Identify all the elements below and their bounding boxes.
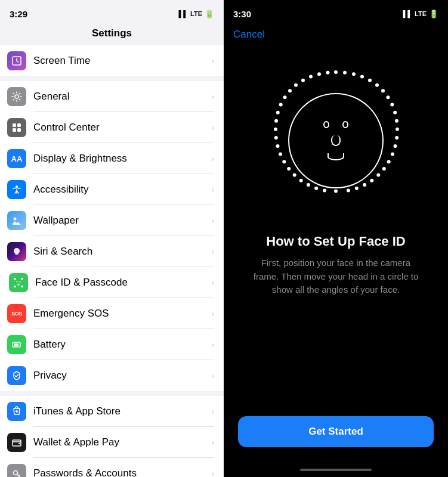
svg-rect-9 xyxy=(21,278,23,280)
status-bar-left: 3:29 ▌▌ LTE 🔋 xyxy=(0,0,224,24)
svg-rect-15 xyxy=(14,343,18,346)
emergency-sos-label-wrapper: Emergency SOS › xyxy=(33,298,214,329)
settings-item-screen-time[interactable]: Screen Time › xyxy=(0,45,224,76)
settings-item-display-brightness[interactable]: AA Display & Brightness › xyxy=(0,143,224,174)
screen-time-label-wrapper: Screen Time › xyxy=(33,45,214,76)
accessibility-label-wrapper: Accessibility › xyxy=(33,174,214,205)
get-started-button[interactable]: Get Started xyxy=(238,416,434,447)
svg-point-58 xyxy=(293,174,296,177)
settings-item-general[interactable]: General › xyxy=(0,81,224,112)
screen-time-label: Screen Time xyxy=(33,55,206,67)
itunes-icon xyxy=(7,402,26,421)
svg-rect-2 xyxy=(13,123,16,127)
svg-point-30 xyxy=(395,119,398,123)
wallpaper-label: Wallpaper xyxy=(33,215,206,227)
settings-group-store: iTunes & App Store › Wallet & Apple Pay … xyxy=(0,396,224,477)
svg-point-43 xyxy=(317,72,321,76)
svg-rect-18 xyxy=(18,443,20,444)
face-eye-right xyxy=(342,121,348,128)
wallet-label: Wallet & Apple Pay xyxy=(33,436,206,448)
svg-point-40 xyxy=(355,187,359,190)
svg-point-63 xyxy=(334,190,338,193)
faceid-title: How to Set Up Face ID xyxy=(266,234,405,249)
svg-point-56 xyxy=(282,160,286,163)
svg-point-33 xyxy=(394,144,397,148)
svg-point-62 xyxy=(323,188,326,192)
settings-item-privacy[interactable]: Privacy › xyxy=(0,360,224,391)
face-id-label: Face ID & Passcode xyxy=(35,277,206,289)
screen-time-chevron: › xyxy=(211,56,214,66)
svg-point-34 xyxy=(391,153,394,156)
settings-item-face-id-passcode[interactable]: Face ID & Passcode › xyxy=(0,267,224,298)
svg-point-41 xyxy=(347,188,350,192)
svg-point-44 xyxy=(309,75,313,79)
svg-point-20 xyxy=(334,70,338,74)
time-left: 3:29 xyxy=(10,9,27,19)
svg-point-48 xyxy=(283,95,287,99)
face-nose xyxy=(331,135,341,146)
svg-point-45 xyxy=(301,79,305,82)
settings-item-emergency-sos[interactable]: SOS Emergency SOS › xyxy=(0,298,224,329)
wallet-chevron: › xyxy=(211,438,214,447)
passwords-icon xyxy=(7,464,26,477)
display-brightness-label-wrapper: Display & Brightness › xyxy=(33,143,214,174)
wallpaper-label-wrapper: Wallpaper › xyxy=(33,205,214,236)
settings-scroll[interactable]: Screen Time › General › xyxy=(0,45,224,477)
display-brightness-chevron: › xyxy=(211,154,214,163)
siri-search-label-wrapper: Siri & Search › xyxy=(33,236,214,267)
svg-point-54 xyxy=(276,144,280,148)
face-circle xyxy=(288,93,384,188)
face-mouth xyxy=(327,153,344,160)
settings-title: Settings xyxy=(92,27,132,39)
settings-item-siri-search[interactable]: Siri & Search › xyxy=(0,236,224,267)
battery-icon-left: 🔋 xyxy=(205,10,214,18)
privacy-label: Privacy xyxy=(33,370,206,382)
battery-icon xyxy=(7,335,26,354)
cancel-button[interactable]: Cancel xyxy=(224,24,274,45)
settings-group-main: General › Control Center › xyxy=(0,81,224,391)
svg-point-38 xyxy=(370,179,373,182)
svg-rect-4 xyxy=(13,128,16,132)
svg-point-49 xyxy=(279,103,283,107)
general-icon xyxy=(7,87,26,106)
home-indicator xyxy=(300,469,372,471)
status-bar-right: 3:30 ▌▌ LTE 🔋 xyxy=(224,0,448,24)
settings-item-wallpaper[interactable]: Wallpaper › xyxy=(0,205,224,236)
settings-item-battery[interactable]: Battery › xyxy=(0,329,224,360)
svg-point-7 xyxy=(14,218,17,221)
faceid-panel: 3:30 ▌▌ LTE 🔋 Cancel xyxy=(224,0,448,477)
itunes-label-wrapper: iTunes & App Store › xyxy=(33,396,214,427)
wallpaper-icon xyxy=(7,211,26,230)
svg-point-24 xyxy=(368,79,372,82)
battery-label: Battery xyxy=(33,339,206,351)
general-label: General xyxy=(33,91,206,103)
svg-point-52 xyxy=(274,128,277,131)
control-center-label: Control Center xyxy=(33,122,206,134)
passwords-chevron: › xyxy=(211,469,214,477)
accessibility-label: Accessibility xyxy=(33,184,206,196)
lte-label-left: LTE xyxy=(190,10,202,17)
svg-point-60 xyxy=(307,183,310,187)
control-center-chevron: › xyxy=(211,123,214,132)
svg-point-6 xyxy=(16,185,18,188)
settings-item-itunes-app-store[interactable]: iTunes & App Store › xyxy=(0,396,224,427)
privacy-icon xyxy=(7,366,26,385)
signal-icon-left: ▌▌ xyxy=(178,10,188,17)
settings-panel: 3:29 ▌▌ LTE 🔋 Settings Screen Time › xyxy=(0,0,224,477)
face-id-animation xyxy=(264,69,407,212)
lte-label-right: LTE xyxy=(415,10,427,17)
signal-icon-right: ▌▌ xyxy=(403,10,412,17)
settings-item-wallet-apple-pay[interactable]: Wallet & Apple Pay › xyxy=(0,427,224,458)
settings-item-control-center[interactable]: Control Center › xyxy=(0,112,224,143)
settings-item-accessibility[interactable]: Accessibility › xyxy=(0,174,224,205)
svg-rect-3 xyxy=(17,123,21,127)
settings-item-passwords-accounts[interactable]: Passwords & Accounts › xyxy=(0,458,224,477)
siri-search-chevron: › xyxy=(211,247,214,256)
itunes-label: iTunes & App Store xyxy=(33,405,206,417)
face-id-label-wrapper: Face ID & Passcode › xyxy=(35,267,214,298)
svg-point-46 xyxy=(294,83,298,87)
svg-point-42 xyxy=(326,71,330,75)
svg-point-61 xyxy=(314,187,318,190)
svg-rect-5 xyxy=(17,128,21,132)
svg-point-39 xyxy=(363,183,366,187)
